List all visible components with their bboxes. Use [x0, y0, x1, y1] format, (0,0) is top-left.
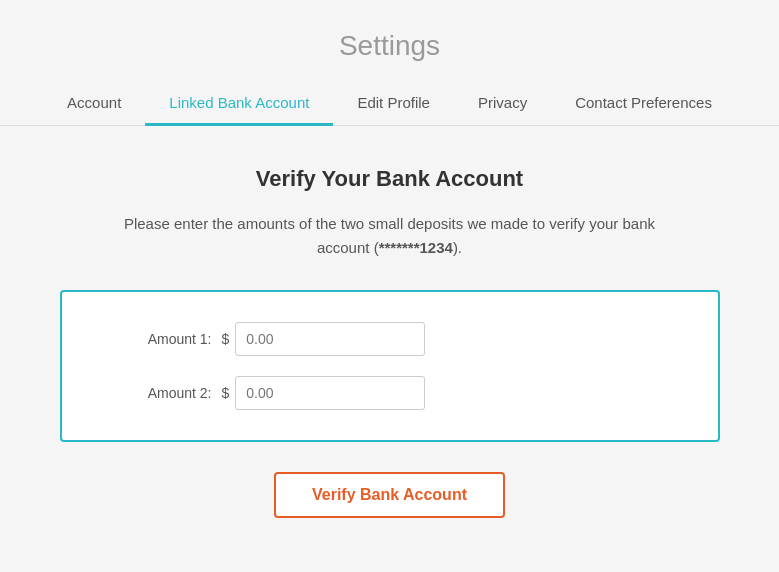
- main-content: Verify Your Bank Account Please enter th…: [30, 126, 750, 558]
- tabs-nav: Account Linked Bank Account Edit Profile…: [0, 82, 779, 126]
- dollar-sign-2: $: [222, 385, 230, 401]
- amount2-input[interactable]: [235, 376, 425, 410]
- amount2-label: Amount 2:: [102, 385, 222, 401]
- amount2-row: Amount 2: $: [102, 376, 678, 410]
- section-title: Verify Your Bank Account: [256, 166, 523, 192]
- description-post: ).: [453, 239, 462, 256]
- tab-contact-preferences[interactable]: Contact Preferences: [551, 82, 736, 126]
- description-text: Please enter the amounts of the two smal…: [110, 212, 670, 260]
- page-title: Settings: [339, 30, 440, 62]
- amount1-input[interactable]: [235, 322, 425, 356]
- dollar-sign-1: $: [222, 331, 230, 347]
- tab-privacy[interactable]: Privacy: [454, 82, 551, 126]
- verify-bank-account-button[interactable]: Verify Bank Account: [274, 472, 505, 518]
- form-card: Amount 1: $ Amount 2: $: [60, 290, 720, 442]
- amount1-row: Amount 1: $: [102, 322, 678, 356]
- amount1-label: Amount 1:: [102, 331, 222, 347]
- account-masked: *******1234: [379, 239, 453, 256]
- tab-edit-profile[interactable]: Edit Profile: [333, 82, 454, 126]
- tab-account[interactable]: Account: [43, 82, 145, 126]
- tab-linked-bank-account[interactable]: Linked Bank Account: [145, 82, 333, 126]
